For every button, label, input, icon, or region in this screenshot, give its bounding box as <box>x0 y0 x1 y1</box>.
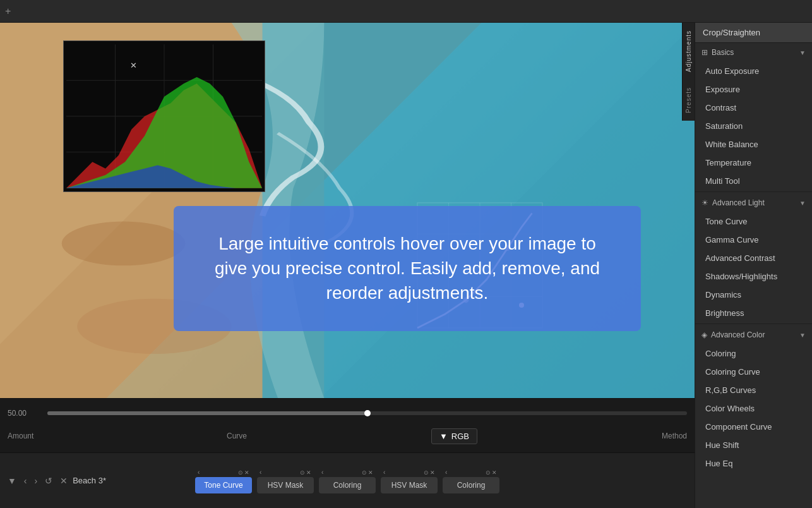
layer-tab-0-label[interactable]: Tone Curve <box>195 477 252 493</box>
method-label: Method <box>662 432 687 440</box>
advanced-color-items: Coloring Coloring Curve R,G,B Curves Col… <box>695 344 812 473</box>
basics-chevron-icon: ▼ <box>799 49 806 56</box>
layer-tab-3-power-icon[interactable]: ⊙ <box>424 469 429 476</box>
svg-point-2 <box>62 221 186 265</box>
menu-item-temperature[interactable]: Temperature <box>695 154 812 172</box>
basics-items: Auto Exposure Exposure Contrast Saturati… <box>695 62 812 190</box>
amount-label: Amount <box>8 432 42 440</box>
layer-tab-0[interactable]: ‹ ⊙ ✕ Tone Curve <box>195 468 252 493</box>
advanced-color-chevron-icon: ▼ <box>799 332 806 339</box>
layer-tab-2-power-icon[interactable]: ⊙ <box>362 469 367 476</box>
menu-item-auto-exposure[interactable]: Auto Exposure <box>695 62 812 80</box>
menu-item-hue-shift[interactable]: Hue Shift <box>695 436 812 454</box>
layer-tab-4-header: ‹ ⊙ ✕ <box>443 468 499 477</box>
adjustments-tab[interactable]: Adjustments <box>683 23 695 80</box>
menu-item-exposure[interactable]: Exposure <box>695 80 812 99</box>
layer-tab-2-label[interactable]: Coloring <box>319 477 376 493</box>
advanced-color-icon: ◈ <box>702 330 707 339</box>
layer-tab-1-x-icon[interactable]: ✕ <box>306 469 311 476</box>
menu-item-gamma-curve[interactable]: Gamma Curve <box>695 231 812 249</box>
menu-item-dynamics[interactable]: Dynamics <box>695 286 812 304</box>
side-tabs: Adjustments Presets <box>682 23 695 121</box>
basics-icon: ⊞ <box>702 48 708 57</box>
advanced-color-section-label: Advanced Color <box>711 330 796 339</box>
amount-value-display: 50.00 <box>8 409 42 418</box>
slider-thumb <box>364 410 371 416</box>
layer-tab-1-left-icon: ‹ <box>260 469 261 476</box>
panel-chevron-down[interactable]: ▼ <box>5 473 19 488</box>
layer-tab-0-left-icon: ‹ <box>198 469 200 476</box>
layer-tab-4-power-icon[interactable]: ⊙ <box>486 469 491 476</box>
image-canvas: ✕ Large i <box>0 23 695 398</box>
bottom-controls: 50.00 Amount Curve ▼ RGB Method <box>0 398 695 452</box>
menu-item-tone-curve[interactable]: Tone Curve <box>695 212 812 231</box>
layer-tab-0-header: ‹ ⊙ ✕ <box>195 468 252 477</box>
menu-item-advanced-contrast[interactable]: Advanced Contrast <box>695 249 812 267</box>
layer-tab-1-controls: ⊙ ✕ <box>300 469 311 476</box>
layer-tab-3-left-icon: ‹ <box>383 469 385 476</box>
histogram-panel: ✕ <box>63 40 265 192</box>
panel-reset-btn[interactable]: ↺ <box>42 473 55 488</box>
layer-tab-4-controls: ⊙ ✕ <box>486 469 497 476</box>
advanced-light-section-header[interactable]: ☀ Advanced Light ▼ <box>695 193 812 212</box>
layer-tab-3-label[interactable]: HSV Mask <box>381 477 438 493</box>
menu-item-shadows-highlights[interactable]: Shadows/Highlights <box>695 267 812 286</box>
method-dropdown[interactable]: ▼ RGB <box>431 428 477 444</box>
layer-tab-3-x-icon[interactable]: ✕ <box>430 469 435 476</box>
layer-tab-3-header: ‹ ⊙ ✕ <box>381 468 438 477</box>
panel-prev-btn[interactable]: ‹ <box>21 473 30 488</box>
info-overlay: Large intuitive controls hover over your… <box>174 206 641 331</box>
bottom-panel-left: ▼ ‹ › ↺ ✕ Beach 3* <box>5 473 106 488</box>
amount-slider[interactable] <box>47 411 687 415</box>
menu-item-color-wheels[interactable]: Color Wheels <box>695 399 812 418</box>
menu-item-brightness[interactable]: Brightness <box>695 304 812 322</box>
info-overlay-text: Large intuitive controls hover over your… <box>205 231 609 306</box>
add-icon[interactable]: + <box>5 6 11 17</box>
layer-tab-2-controls: ⊙ ✕ <box>362 469 373 476</box>
advanced-light-chevron-icon: ▼ <box>799 200 806 207</box>
layer-tab-1-label[interactable]: HSV Mask <box>257 477 314 493</box>
layer-tab-0-power-icon[interactable]: ⊙ <box>238 469 243 476</box>
layer-tab-2-header: ‹ ⊙ ✕ <box>319 468 376 477</box>
right-panel: Crop/Straighten ⊞ Basics ▼ Auto Exposure… <box>695 23 812 508</box>
menu-item-coloring[interactable]: Coloring <box>695 344 812 363</box>
layer-tab-0-x-icon[interactable]: ✕ <box>244 469 249 476</box>
menu-item-multi-tool[interactable]: Multi Tool <box>695 172 812 190</box>
layer-tab-2-x-icon[interactable]: ✕ <box>368 469 373 476</box>
slider-fill <box>47 411 367 415</box>
layer-tab-2[interactable]: ‹ ⊙ ✕ Coloring <box>319 468 376 493</box>
layer-tab-3[interactable]: ‹ ⊙ ✕ HSV Mask <box>381 468 438 493</box>
advanced-color-section-header[interactable]: ◈ Advanced Color ▼ <box>695 325 812 344</box>
layer-tab-4-x-icon[interactable]: ✕ <box>492 469 497 476</box>
menu-item-white-balance[interactable]: White Balance <box>695 135 812 154</box>
divider-1 <box>695 191 812 192</box>
layer-tab-4-left-icon: ‹ <box>445 469 447 476</box>
basics-section-header[interactable]: ⊞ Basics ▼ <box>695 43 812 62</box>
advanced-light-section-label: Advanced Light <box>712 198 796 207</box>
menu-item-component-curve[interactable]: Component Curve <box>695 418 812 436</box>
menu-item-rgb-curves[interactable]: R,G,B Curves <box>695 381 812 399</box>
basics-section-label: Basics <box>712 48 796 57</box>
panel-next-btn[interactable]: › <box>32 473 40 488</box>
menu-item-coloring-curve[interactable]: Coloring Curve <box>695 363 812 381</box>
layer-tab-3-controls: ⊙ ✕ <box>424 469 435 476</box>
histogram-close-button[interactable]: ✕ <box>127 59 140 71</box>
crop-straighten-button[interactable]: Crop/Straighten <box>695 23 812 43</box>
layer-tab-1-power-icon[interactable]: ⊙ <box>300 469 305 476</box>
menu-item-saturation[interactable]: Saturation <box>695 117 812 135</box>
bottom-panel: ▼ ‹ › ↺ ✕ Beach 3* ‹ ⊙ ✕ Tone Curve <box>0 452 695 508</box>
panel-close-btn[interactable]: ✕ <box>57 473 70 488</box>
presets-tab[interactable]: Presets <box>683 80 695 121</box>
top-bar: + <box>0 0 812 23</box>
layer-tab-2-left-icon: ‹ <box>321 469 323 476</box>
center-area: ✕ Large i <box>0 23 695 508</box>
menu-item-contrast[interactable]: Contrast <box>695 99 812 117</box>
chevron-down-icon: ▼ <box>439 432 448 441</box>
layer-tab-1[interactable]: ‹ ⊙ ✕ HSV Mask <box>257 468 314 493</box>
method-value: RGB <box>451 432 469 441</box>
layer-tab-4[interactable]: ‹ ⊙ ✕ Coloring <box>443 468 499 493</box>
divider-2 <box>695 324 812 324</box>
layer-tab-4-label[interactable]: Coloring <box>443 477 499 493</box>
menu-item-hue-eq[interactable]: Hue Eq <box>695 454 812 473</box>
layer-tab-0-controls: ⊙ ✕ <box>238 469 249 476</box>
